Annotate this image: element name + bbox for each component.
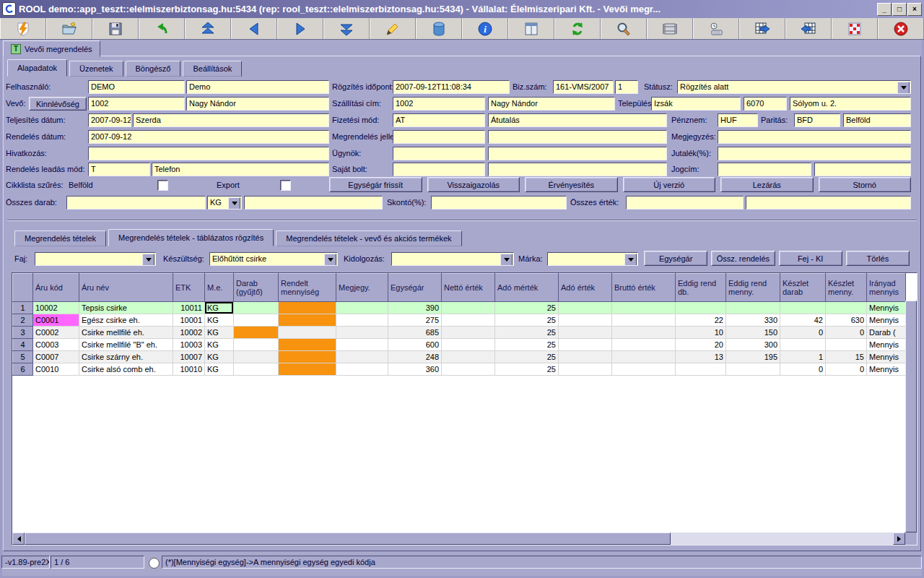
cell-iranyado[interactable]: Mennyis bbox=[867, 339, 906, 351]
ugynok-code-field[interactable] bbox=[393, 147, 485, 160]
telepules-varos-field[interactable]: Izsák bbox=[651, 97, 741, 111]
cell-name[interactable]: Egész csirke eh. bbox=[79, 314, 173, 327]
detail-tab-megrendel-s-t-telek-vev-s-akci-s-term-kek[interactable]: Megrendelés tételek - vevő és akciós ter… bbox=[276, 230, 461, 246]
cell-ado_mertek[interactable]: 25 bbox=[495, 363, 559, 376]
cell-egysegar[interactable]: 248 bbox=[388, 351, 442, 363]
cell-ado_ertek[interactable] bbox=[559, 339, 612, 351]
cell-keszlet_db[interactable]: 42 bbox=[780, 314, 826, 327]
cell-eddig_db[interactable]: 10 bbox=[676, 327, 726, 339]
leadas-mod-name-field[interactable]: Telefon bbox=[152, 163, 329, 176]
layout-button[interactable] bbox=[508, 18, 554, 39]
detail-tab-megrendel-s-t-telek[interactable]: Megrendelés tételek bbox=[14, 230, 106, 246]
cell-me[interactable]: KG bbox=[205, 351, 234, 363]
filter-t-rl-s-button[interactable]: Törlés bbox=[846, 251, 910, 266]
minimize-button[interactable]: _ bbox=[877, 3, 892, 16]
cell-megjegy[interactable] bbox=[336, 327, 388, 339]
cell-me[interactable]: KG bbox=[205, 314, 234, 327]
cell-brutto[interactable] bbox=[612, 363, 676, 376]
cell-megjegy[interactable] bbox=[336, 351, 388, 363]
column-header-name[interactable]: Áru név bbox=[79, 274, 173, 302]
cell-etk[interactable]: 10001 bbox=[173, 314, 205, 327]
cell-rendelt[interactable] bbox=[279, 327, 336, 339]
cell-num[interactable]: 5 bbox=[13, 351, 33, 363]
cell-keszlet_menny[interactable]: 0 bbox=[826, 327, 867, 339]
tab-be-ll-t-sok[interactable]: Beállítások bbox=[183, 61, 242, 77]
cell-brutto[interactable] bbox=[612, 302, 676, 314]
cell-netto[interactable] bbox=[442, 314, 495, 327]
print-button[interactable] bbox=[647, 18, 693, 39]
cell-name[interactable]: Tepsis csirke bbox=[79, 302, 173, 314]
cell-num[interactable]: 6 bbox=[13, 363, 33, 376]
cell-keszlet_menny[interactable] bbox=[826, 302, 867, 314]
column-header-eddig_menny[interactable]: Eddig rend menny. bbox=[726, 274, 780, 302]
cell-num[interactable]: 4 bbox=[13, 339, 33, 351]
kinnlevoseg-button[interactable]: Kinnlévőség bbox=[29, 97, 87, 111]
bizszam-sorszam-field[interactable]: 1 bbox=[615, 80, 638, 94]
cell-keszlet_db[interactable]: 0 bbox=[780, 363, 826, 376]
leadas-mod-code-field[interactable]: T bbox=[88, 163, 150, 176]
fizetesi-code-field[interactable]: AT bbox=[393, 113, 485, 127]
close-button[interactable]: × bbox=[907, 3, 922, 16]
search-button[interactable] bbox=[601, 18, 647, 39]
chevron-down-icon[interactable] bbox=[324, 254, 336, 266]
open-button[interactable] bbox=[46, 18, 92, 39]
cell-eddig_menny[interactable]: 150 bbox=[726, 327, 780, 339]
statusz-dropdown[interactable]: Rögzítés alatt bbox=[677, 80, 911, 94]
input-device-button[interactable] bbox=[693, 18, 739, 39]
cell-keszlet_menny[interactable]: 0 bbox=[826, 363, 867, 376]
edit-button[interactable] bbox=[370, 18, 416, 39]
cell-keszlet_db[interactable]: 1 bbox=[780, 351, 826, 363]
import-table-button[interactable] bbox=[785, 18, 832, 39]
cell-eddig_menny[interactable] bbox=[726, 302, 780, 314]
cell-name[interactable]: Csirke mellfilé "B" eh. bbox=[79, 339, 173, 351]
titlebar[interactable]: ROOL demo::app_teszt::elelmiszerbiztonsa… bbox=[0, 0, 924, 18]
cell-eddig_menny[interactable]: 330 bbox=[726, 314, 780, 327]
chevron-down-icon[interactable] bbox=[142, 254, 154, 266]
cell-keszlet_menny[interactable] bbox=[826, 339, 867, 351]
cell-etk[interactable]: 10002 bbox=[173, 327, 205, 339]
cell-egysegar[interactable]: 685 bbox=[388, 327, 442, 339]
cell-num[interactable]: 2 bbox=[13, 314, 33, 327]
cell-etk[interactable]: 10011 bbox=[173, 302, 205, 314]
chevron-down-icon[interactable] bbox=[228, 197, 240, 210]
scroll-right-button[interactable] bbox=[893, 532, 905, 545]
cell-me[interactable]: KG bbox=[205, 363, 234, 376]
cell-ado_ertek[interactable] bbox=[559, 302, 612, 314]
column-header-ado_mertek[interactable]: Adó mérték bbox=[495, 274, 559, 302]
table-row[interactable]: 110002Tepsis csirke10011KG39025Mennyis bbox=[13, 302, 906, 314]
cell-me[interactable]: KG bbox=[205, 302, 234, 314]
cell-etk[interactable]: 10010 bbox=[173, 363, 205, 376]
cell-brutto[interactable] bbox=[612, 314, 676, 327]
table-row[interactable]: 3C0002Csirke mellfilé eh.10002KG68525101… bbox=[13, 327, 906, 339]
cell-code[interactable]: C0003 bbox=[33, 339, 79, 351]
column-header-etk[interactable]: ETK bbox=[173, 274, 205, 302]
chevron-down-icon[interactable] bbox=[897, 82, 910, 94]
column-header-rendelt[interactable]: Rendelt mennyiség bbox=[279, 274, 336, 302]
cell-eddig_db[interactable]: 13 bbox=[676, 351, 726, 363]
megjegyzes-field[interactable] bbox=[718, 130, 911, 144]
cell-keszlet_db[interactable] bbox=[780, 339, 826, 351]
hivatkozas-field[interactable] bbox=[88, 147, 329, 160]
skonto-field[interactable] bbox=[431, 196, 567, 210]
telepules-irsz-field[interactable]: 6070 bbox=[744, 97, 787, 111]
belfold-checkbox[interactable] bbox=[157, 180, 168, 191]
osszes-ertek-field-2[interactable] bbox=[746, 196, 911, 210]
cell-keszlet_menny[interactable]: 15 bbox=[826, 351, 867, 363]
cell-rendelt[interactable] bbox=[279, 363, 336, 376]
cell-code[interactable]: C0002 bbox=[33, 327, 79, 339]
cell-etk[interactable]: 10007 bbox=[173, 351, 205, 363]
cell-iranyado[interactable]: Mennyis bbox=[867, 351, 906, 363]
cell-netto[interactable] bbox=[442, 351, 495, 363]
column-header-code[interactable]: Áru kód bbox=[33, 274, 79, 302]
osszes-ertek-field-1[interactable] bbox=[626, 196, 744, 210]
cell-eddig_db[interactable] bbox=[676, 302, 726, 314]
detail-tab-megrendel-s-t-telek-t-bl-zatos-r-gz-t-s[interactable]: Megrendelés tételek - táblázatos rögzíté… bbox=[108, 229, 274, 246]
cell-brutto[interactable] bbox=[612, 351, 676, 363]
tab-b-ng-sz[interactable]: Böngésző bbox=[126, 61, 181, 77]
cell-eddig_menny[interactable] bbox=[726, 363, 780, 376]
horizontal-scrollbar[interactable] bbox=[12, 532, 905, 545]
cell-eddig_db[interactable]: 22 bbox=[676, 314, 726, 327]
cell-iranyado[interactable]: Darab ( bbox=[867, 327, 906, 339]
column-header-eddig_db[interactable]: Eddig rend db. bbox=[676, 274, 726, 302]
column-header-num[interactable] bbox=[13, 274, 33, 302]
